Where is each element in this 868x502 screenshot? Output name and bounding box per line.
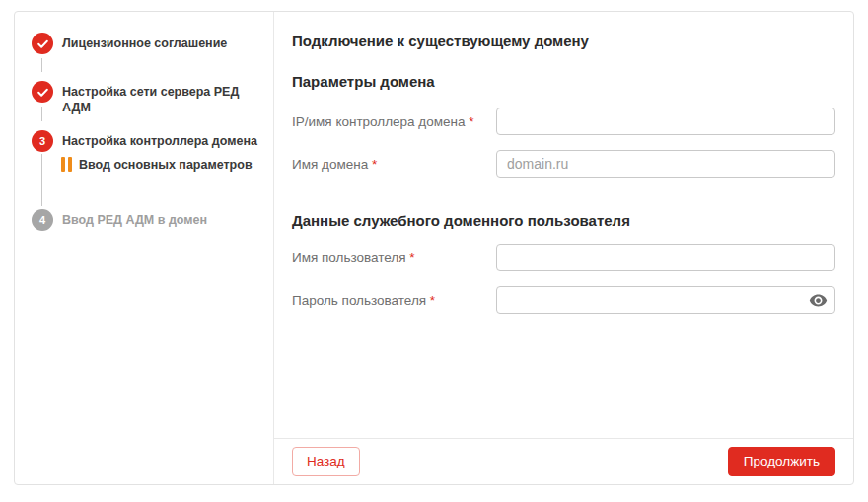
step-connector — [41, 107, 42, 121]
required-asterisk: * — [372, 157, 377, 172]
step-3-number: 3 — [39, 135, 45, 147]
username-input[interactable] — [496, 244, 835, 271]
step-connector — [41, 154, 42, 206]
wizard-card: Лицензионное соглашение Настройка сети с… — [14, 11, 854, 485]
domain-name-label: Имя домена * — [292, 157, 496, 172]
check-icon — [36, 86, 49, 99]
sidebar-step-join-domain: Ввод РЕД АДМ в домен — [62, 212, 264, 228]
dc-address-input[interactable] — [496, 108, 835, 135]
password-label: Пароль пользователя * — [292, 293, 496, 308]
section-title-domain-params: Параметры домена — [292, 72, 835, 91]
dc-address-label: IP/имя контроллера домена * — [292, 114, 496, 129]
wizard-stepper: Лицензионное соглашение Настройка сети с… — [15, 12, 274, 484]
eye-icon — [809, 291, 828, 310]
step-4-number: 4 — [39, 214, 45, 226]
required-asterisk: * — [469, 114, 473, 129]
check-icon — [36, 37, 49, 50]
back-button[interactable]: Назад — [292, 447, 360, 476]
sidebar-step-license: Лицензионное соглашение — [62, 36, 264, 51]
step-3-status-circle: 3 — [32, 130, 53, 152]
continue-button[interactable]: Продолжить — [728, 447, 835, 476]
sidebar-step-domain-controller: Настройка контроллера домена — [62, 133, 264, 149]
domain-name-input[interactable] — [496, 150, 835, 178]
pause-icon — [61, 157, 72, 172]
toggle-password-visibility-button[interactable] — [808, 290, 828, 310]
step-1-status-circle — [32, 33, 53, 54]
form-row-dc-address: IP/имя контроллера домена * — [292, 108, 835, 135]
form-row-username: Имя пользователя * — [292, 244, 835, 271]
required-asterisk: * — [430, 293, 435, 308]
main-panel: Подключение к существующему домену Парам… — [274, 12, 853, 484]
step-connector — [41, 58, 42, 72]
page-title: Подключение к существующему домену — [292, 32, 835, 50]
password-input[interactable] — [496, 286, 835, 314]
username-label: Имя пользователя * — [292, 251, 496, 265]
sidebar-substep-basic-params: Ввод основных параметров — [79, 157, 266, 173]
section-title-service-user: Данные служебного доменного пользователя — [292, 211, 835, 230]
required-asterisk: * — [409, 251, 414, 265]
sidebar-step-network: Настройка сети сервера РЕД АДМ — [62, 84, 264, 115]
step-4-status-circle: 4 — [32, 209, 53, 231]
form-row-domain-name: Имя домена * — [292, 150, 835, 178]
wizard-footer: Назад Продолжить — [274, 438, 853, 484]
step-2-status-circle — [32, 81, 53, 103]
form-row-password: Пароль пользователя * — [292, 286, 835, 314]
form-content: Подключение к существующему домену Парам… — [274, 12, 853, 438]
